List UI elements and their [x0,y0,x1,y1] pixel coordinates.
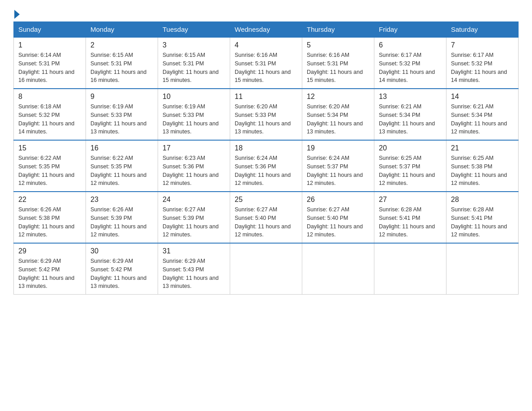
calendar-week-1: 1Sunrise: 6:14 AMSunset: 5:31 PMDaylight… [14,37,519,89]
calendar-cell: 12Sunrise: 6:20 AMSunset: 5:34 PMDayligh… [302,89,374,140]
day-info: Sunrise: 6:27 AMSunset: 5:39 PMDaylight:… [163,206,225,239]
day-info: Sunrise: 6:20 AMSunset: 5:34 PMDaylight:… [307,103,369,136]
calendar-week-3: 15Sunrise: 6:22 AMSunset: 5:35 PMDayligh… [14,140,519,192]
day-info: Sunrise: 6:19 AMSunset: 5:33 PMDaylight:… [163,103,225,136]
day-number: 1 [18,41,81,49]
day-info: Sunrise: 6:23 AMSunset: 5:36 PMDaylight:… [163,154,225,188]
calendar-cell: 18Sunrise: 6:24 AMSunset: 5:36 PMDayligh… [230,140,302,192]
calendar-cell: 6Sunrise: 6:17 AMSunset: 5:32 PMDaylight… [374,37,446,89]
day-number: 19 [307,144,369,152]
calendar-cell: 30Sunrise: 6:29 AMSunset: 5:42 PMDayligh… [86,243,158,295]
day-number: 2 [90,41,153,49]
calendar-week-4: 22Sunrise: 6:26 AMSunset: 5:38 PMDayligh… [14,192,519,243]
day-info: Sunrise: 6:29 AMSunset: 5:42 PMDaylight:… [18,257,81,291]
calendar-cell: 23Sunrise: 6:26 AMSunset: 5:39 PMDayligh… [86,192,158,243]
day-number: 9 [90,93,153,101]
header-tuesday: Tuesday [158,22,230,38]
calendar-cell: 11Sunrise: 6:20 AMSunset: 5:33 PMDayligh… [230,89,302,140]
calendar-cell: 21Sunrise: 6:25 AMSunset: 5:38 PMDayligh… [446,140,519,192]
day-number: 6 [379,41,442,49]
day-info: Sunrise: 6:28 AMSunset: 5:41 PMDaylight:… [379,206,442,239]
day-number: 4 [235,41,297,49]
calendar-table: SundayMondayTuesdayWednesdayThursdayFrid… [13,21,519,295]
day-info: Sunrise: 6:16 AMSunset: 5:31 PMDaylight:… [307,51,369,85]
day-number: 13 [379,93,442,101]
day-number: 25 [235,196,297,204]
day-number: 17 [163,144,225,152]
day-info: Sunrise: 6:27 AMSunset: 5:40 PMDaylight:… [235,206,297,239]
day-info: Sunrise: 6:25 AMSunset: 5:37 PMDaylight:… [379,154,442,188]
calendar-cell: 4Sunrise: 6:16 AMSunset: 5:31 PMDaylight… [230,37,302,89]
header-sunday: Sunday [14,22,86,38]
day-info: Sunrise: 6:21 AMSunset: 5:34 PMDaylight:… [379,103,442,136]
day-info: Sunrise: 6:24 AMSunset: 5:36 PMDaylight:… [235,154,297,188]
day-info: Sunrise: 6:19 AMSunset: 5:33 PMDaylight:… [90,103,153,136]
day-number: 28 [451,196,514,204]
calendar-week-5: 29Sunrise: 6:29 AMSunset: 5:42 PMDayligh… [14,243,519,295]
day-info: Sunrise: 6:17 AMSunset: 5:32 PMDaylight:… [379,51,442,85]
calendar-cell: 19Sunrise: 6:24 AMSunset: 5:37 PMDayligh… [302,140,374,192]
day-number: 12 [307,93,369,101]
day-info: Sunrise: 6:15 AMSunset: 5:31 PMDaylight:… [90,51,153,85]
calendar-week-2: 8Sunrise: 6:18 AMSunset: 5:32 PMDaylight… [14,89,519,140]
calendar-cell [446,243,519,295]
calendar-cell: 15Sunrise: 6:22 AMSunset: 5:35 PMDayligh… [14,140,86,192]
day-info: Sunrise: 6:20 AMSunset: 5:33 PMDaylight:… [235,103,297,136]
day-number: 16 [90,144,153,152]
calendar-cell: 29Sunrise: 6:29 AMSunset: 5:42 PMDayligh… [14,243,86,295]
day-number: 24 [163,196,225,204]
header-wednesday: Wednesday [230,22,302,38]
calendar-cell: 28Sunrise: 6:28 AMSunset: 5:41 PMDayligh… [446,192,519,243]
calendar-cell: 25Sunrise: 6:27 AMSunset: 5:40 PMDayligh… [230,192,302,243]
day-info: Sunrise: 6:29 AMSunset: 5:43 PMDaylight:… [163,257,225,291]
day-info: Sunrise: 6:15 AMSunset: 5:31 PMDaylight:… [163,51,225,85]
calendar-cell: 31Sunrise: 6:29 AMSunset: 5:43 PMDayligh… [158,243,230,295]
calendar-cell [230,243,302,295]
calendar-cell: 27Sunrise: 6:28 AMSunset: 5:41 PMDayligh… [374,192,446,243]
day-info: Sunrise: 6:21 AMSunset: 5:34 PMDaylight:… [451,103,514,136]
calendar-cell: 1Sunrise: 6:14 AMSunset: 5:31 PMDaylight… [14,37,86,89]
day-number: 15 [18,144,81,152]
header-thursday: Thursday [302,22,374,38]
day-info: Sunrise: 6:25 AMSunset: 5:38 PMDaylight:… [451,154,514,188]
logo-arrow-icon [14,10,20,19]
header-monday: Monday [86,22,158,38]
day-number: 11 [235,93,297,101]
day-number: 7 [451,41,514,49]
day-info: Sunrise: 6:24 AMSunset: 5:37 PMDaylight:… [307,154,369,188]
calendar-cell: 16Sunrise: 6:22 AMSunset: 5:35 PMDayligh… [86,140,158,192]
day-number: 22 [18,196,81,204]
day-info: Sunrise: 6:14 AMSunset: 5:31 PMDaylight:… [18,51,81,85]
day-number: 20 [379,144,442,152]
day-info: Sunrise: 6:26 AMSunset: 5:38 PMDaylight:… [18,206,81,239]
day-info: Sunrise: 6:22 AMSunset: 5:35 PMDaylight:… [18,154,81,188]
day-info: Sunrise: 6:22 AMSunset: 5:35 PMDaylight:… [90,154,153,188]
header-friday: Friday [374,22,446,38]
calendar-cell: 24Sunrise: 6:27 AMSunset: 5:39 PMDayligh… [158,192,230,243]
calendar-cell: 22Sunrise: 6:26 AMSunset: 5:38 PMDayligh… [14,192,86,243]
calendar-cell: 9Sunrise: 6:19 AMSunset: 5:33 PMDaylight… [86,89,158,140]
day-info: Sunrise: 6:28 AMSunset: 5:41 PMDaylight:… [451,206,514,239]
day-number: 30 [90,247,153,255]
calendar-cell [374,243,446,295]
calendar-cell: 7Sunrise: 6:17 AMSunset: 5:32 PMDaylight… [446,37,519,89]
day-number: 29 [18,247,81,255]
day-number: 14 [451,93,514,101]
header-saturday: Saturday [446,22,519,38]
calendar-cell: 2Sunrise: 6:15 AMSunset: 5:31 PMDaylight… [86,37,158,89]
day-number: 3 [163,41,225,49]
day-number: 18 [235,144,297,152]
day-number: 5 [307,41,369,49]
day-number: 23 [90,196,153,204]
day-number: 26 [307,196,369,204]
day-number: 10 [163,93,225,101]
calendar-cell: 8Sunrise: 6:18 AMSunset: 5:32 PMDaylight… [14,89,86,140]
day-info: Sunrise: 6:17 AMSunset: 5:32 PMDaylight:… [451,51,514,85]
day-info: Sunrise: 6:26 AMSunset: 5:39 PMDaylight:… [90,206,153,239]
day-info: Sunrise: 6:18 AMSunset: 5:32 PMDaylight:… [18,103,81,136]
calendar-cell: 26Sunrise: 6:27 AMSunset: 5:40 PMDayligh… [302,192,374,243]
day-number: 31 [163,247,225,255]
calendar-cell: 3Sunrise: 6:15 AMSunset: 5:31 PMDaylight… [158,37,230,89]
calendar-header-row: SundayMondayTuesdayWednesdayThursdayFrid… [14,22,519,38]
logo-line1 [13,9,20,19]
